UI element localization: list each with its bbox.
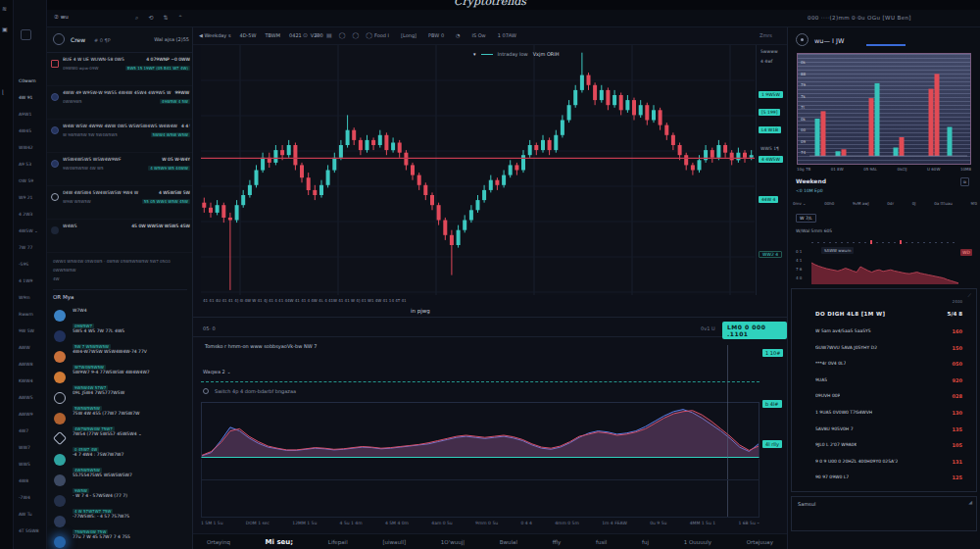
right-tab-2[interactable]: 9vM awJ	[853, 201, 869, 206]
coin-row[interactable]: - W 7 4 - 57W5W4 (77 7)4 W 57W7W7 75W	[47, 491, 193, 512]
ticker-item[interactable]: 9W 5W	[14, 328, 47, 345]
coin-row[interactable]: 77u 7 W 45 57W7 7 4 7554W7W5W5W	[47, 532, 193, 549]
table-row-text[interactable]: 1 9UA5 0V0W0 T7G4WVH	[815, 410, 872, 415]
topbar-icon-2[interactable]: ⇅	[163, 14, 168, 22]
note-input-box[interactable]: Samsul ◢	[791, 496, 977, 531]
coin-row[interactable]: 09L J5W4 7W5777W5W5W5W5W5W	[47, 388, 193, 409]
coin-row[interactable]: 7W54 (77W 5W557 45W5W4 ⌄0 45W7 4W	[47, 429, 193, 450]
notifications-badge[interactable]: ② wu	[54, 14, 69, 20]
toolbar-item-2[interactable]: TBWM	[266, 32, 281, 38]
clock-icon[interactable]	[796, 33, 808, 46]
ticker-item[interactable]: 4T 5GW8	[14, 528, 47, 545]
topbar-icon-3[interactable]: ⌃	[177, 14, 182, 22]
table-row-text[interactable]: 9JL0 L 2'07 W9A0K	[815, 442, 857, 447]
ticker-item[interactable]: A9 53	[14, 162, 47, 178]
ticker-item[interactable]: AW Tu	[14, 512, 47, 528]
watchlist-row[interactable]: BUE 4 W UE WUWN-58 0W54 079WNP −0 0WW09W…	[47, 53, 193, 86]
coin-row[interactable]: 4W4-W7W5W W5W4W4W-74 77VW7W4W5W5W	[47, 347, 193, 368]
bottom-nav-item-2[interactable]: Lifepail	[328, 539, 348, 545]
lower-series-selector[interactable]: Waqwa 2 ⌄	[203, 369, 231, 374]
bottom-nav-item-0[interactable]: Ortayinq	[207, 539, 230, 545]
ticker-item[interactable]: WW7	[14, 445, 47, 462]
table-row-text[interactable]: 09UVH 00P	[815, 393, 840, 398]
ticker-item[interactable]: 7W 77	[14, 245, 47, 262]
ticker-item[interactable]: WW42	[14, 145, 47, 162]
right-tab-0[interactable]: 0mv ⌄	[793, 201, 806, 206]
right-tab-3[interactable]: 0dr	[887, 201, 894, 206]
win-loss-toggle[interactable]: W 7/L	[796, 214, 816, 223]
switch-row[interactable]: Switch 4p 4 dom-bdarbf bngazaa	[203, 388, 296, 394]
ticker-item[interactable]: KWW4	[14, 378, 47, 395]
ticker-item[interactable]: W9 21	[14, 195, 47, 212]
coin-row[interactable]: 5W9W7 9-4 77W5W5W 4W4W4W79W5W4W 57W7	[47, 368, 193, 388]
rail-icon-1[interactable]: ▣	[2, 25, 8, 32]
table-corner-icon[interactable]: ⟋	[967, 292, 971, 299]
rail-icon-0[interactable]: ≋	[2, 5, 7, 12]
expand-icon[interactable]: ⧉	[960, 177, 969, 186]
bottom-nav-item-8[interactable]: fuj	[642, 539, 649, 545]
coin-row[interactable]: -4 7 4W4 : 75W7W7W74W5W5W5W	[47, 450, 193, 471]
ticker-item[interactable]: 4W5W ⌄	[14, 228, 47, 245]
ticker-item[interactable]: -7W4	[14, 495, 47, 512]
coin-row[interactable]: 75W 4W 455 (77W7 7W5W7W4W7W5W4W 75W7	[47, 409, 193, 429]
toolbar-tab-5[interactable]: 1 07AW	[498, 32, 516, 38]
watchlist-row[interactable]: W4W545 0W WW5W W5W5 45W	[47, 220, 193, 253]
bottom-nav-item-3[interactable]: [uiwaull]	[382, 539, 406, 545]
toolbar-tab-0[interactable]: Food I	[374, 32, 389, 38]
right-tab-1[interactable]: 00h0	[824, 201, 834, 206]
resize-icon[interactable]: ◢	[968, 499, 972, 505]
ticker-item[interactable]: 4 2W3	[14, 212, 47, 228]
watchlist-header-icons[interactable]: # 0 ¶P	[94, 37, 111, 43]
bottom-nav-item-6[interactable]: ffly	[553, 539, 562, 545]
ticker-item[interactable]: WW5	[14, 462, 47, 478]
bottom-nav-item-7[interactable]: fusil	[596, 539, 607, 545]
ticker-item[interactable]: -59S	[14, 262, 47, 278]
toolbar-tab-4[interactable]: IS Ow	[471, 32, 485, 38]
ticker-item[interactable]: OW 59	[14, 178, 47, 195]
toolbar-icon-1[interactable]: ⊖	[315, 31, 319, 38]
ticker-item[interactable]: Rwwm	[14, 312, 47, 328]
ticker-item[interactable]: AWW9	[14, 412, 47, 428]
ticker-item[interactable]: A9W1	[14, 112, 47, 128]
coin-row[interactable]: 5W5 4 W5 7W 77L 4W55W 7 W5W5W5W	[47, 326, 193, 347]
ticker-item[interactable]: 4W8	[14, 478, 47, 495]
coin-row[interactable]: W7W409W5W7	[47, 306, 193, 326]
watchlist-row[interactable]: W5W4W5W5 W5W4W9WFW 05 W-W4Y9W4W5W5W 4W W…	[47, 153, 193, 186]
table-row-text[interactable]: ***4r 0V4 0L7	[815, 361, 846, 366]
toolbar-tab-2[interactable]: PBW 0	[428, 32, 444, 38]
toolbar-icon-3[interactable]: ◯	[339, 31, 346, 38]
table-row-text[interactable]: GUW7WVU 5AVA J05YHY D2	[815, 345, 877, 350]
toolbar-icon-4[interactable]: ◯	[352, 31, 359, 38]
table-row-text[interactable]: 9 0 9 U00 0 20HZL 400H09Y0 025A'2	[815, 459, 898, 464]
table-row-text[interactable]: 5AV8U 905V0H 7	[815, 426, 854, 431]
candlestick-chart[interactable]: ▾ Intraday Iow Vxjm ORIH	[201, 45, 755, 295]
rail-icon-2[interactable]: ⌊	[2, 88, 4, 95]
ticker-item[interactable]: 4W 91	[14, 95, 47, 112]
volume-bar-chart[interactable]: 0k88797k7t0k000974	[797, 53, 971, 165]
ticker-item[interactable]: 4W7	[14, 428, 47, 445]
watchlist-row[interactable]: 4WW 49 W95W-W 9W55 4W4W 45W4 4W9W5 W99WW…	[47, 86, 193, 120]
toolbar-tab-1[interactable]: [Long]	[401, 32, 416, 38]
bottom-nav-item-1[interactable]: Mi seu;	[266, 538, 294, 546]
workspace-icon[interactable]	[21, 29, 31, 40]
toolbar-item-0[interactable]: ◀ Weekday s	[199, 32, 231, 38]
toolbar-icon-2[interactable]: ▤	[326, 31, 332, 38]
right-tab-6[interactable]: 9f0	[970, 201, 977, 206]
watchlist-row[interactable]: W4W W5W 4W9W 4WW 0W5 W5W5W4W5 W4W4W4 4 W…	[47, 120, 193, 153]
bottom-nav-item-9[interactable]: 1 Ouuuuly	[684, 539, 711, 545]
topbar-icon-0[interactable]: ⌕	[135, 14, 138, 22]
table-row-text[interactable]: 90 97 09W0 L7	[815, 474, 849, 479]
toolbar-icon-5[interactable]: ◯	[366, 31, 372, 38]
topbar-icon-1[interactable]: ⟲	[148, 14, 153, 22]
bottom-nav-item-5[interactable]: Bwulal	[500, 539, 517, 545]
coin-row[interactable]: 55755475W5 W5W5W5W79W5W	[47, 471, 193, 491]
toolbar-item-3[interactable]: 0421	[289, 32, 302, 38]
watchlist-row[interactable]: 04W 4W5W4 5W4W5W5W 9W4 W4 W5W5W 5WW9W W5…	[47, 186, 193, 220]
volume-area-chart[interactable]	[201, 402, 760, 458]
table-row-text[interactable]: 9UA5	[815, 377, 827, 382]
bottom-nav-item-10[interactable]: Ortajuuay	[747, 539, 773, 545]
toolbar-item-1[interactable]: 4D-5W	[240, 32, 257, 38]
right-tab-5[interactable]: 0a tttuau	[934, 201, 953, 206]
ticker-item[interactable]: AWW	[14, 345, 47, 362]
ticker-item[interactable]: 4 1W9	[14, 278, 47, 295]
